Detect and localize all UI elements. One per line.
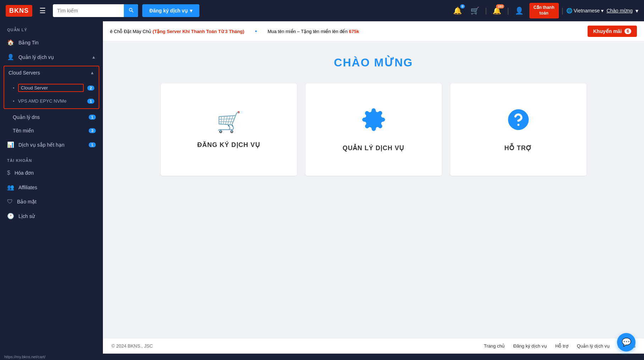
search-icon xyxy=(128,7,134,13)
footer-links: Trang chủ Đăng ký dịch vụ Hỗ trợ Quản lý… xyxy=(484,343,635,349)
dot-icon2: ● xyxy=(13,99,15,103)
chat-bubble-button[interactable]: 💬 xyxy=(617,333,635,351)
sidebar-item-dashboard[interactable]: 🏠 Bảng Tin xyxy=(0,35,103,50)
header: BKNS ☰ Đăng ký dịch vụ ▾ 🔔 0 🛒 | 🔔 183 |… xyxy=(0,0,644,21)
register-service-button[interactable]: Đăng ký dịch vụ ▾ xyxy=(142,4,199,17)
home-icon: 🏠 xyxy=(7,39,14,46)
search-button[interactable] xyxy=(124,4,138,17)
card3-label: HỖ TRỢ xyxy=(505,144,532,152)
card2-label: QUẢN LÝ DỊCH VỤ xyxy=(342,144,404,152)
cloud-servers-header[interactable]: Cloud Servers ▲ xyxy=(4,66,99,79)
main-layout: QUẢN LÝ 🏠 Bảng Tin 👤 Quản lý dịch vụ ▲ C… xyxy=(0,21,644,354)
support-card[interactable]: HỖ TRỢ xyxy=(450,83,587,176)
sidebar-item-vps-amd[interactable]: ● VPS AMD EPYC NVMe 1 xyxy=(4,95,99,107)
gear-icon xyxy=(361,107,386,137)
sidebar-item-cloud-server[interactable]: ● Cloud Server 2 xyxy=(4,81,99,95)
sidebar-item-invoice[interactable]: $ Hóa đơn xyxy=(0,166,103,180)
sidebar-item-affiliates[interactable]: 👥 Affiliates xyxy=(0,180,103,195)
service-mgmt-chevron-up-icon: ▲ xyxy=(92,55,96,60)
cards-grid: 🛒 ĐĂNG KÝ DỊCH VỤ QUẢN LÝ DỊCH VỤ xyxy=(161,83,587,176)
search-input[interactable] xyxy=(53,5,124,16)
account-icon[interactable]: 👤 xyxy=(512,5,527,16)
expiring-icon: 📊 xyxy=(7,141,14,148)
cart-icon2: 🛒 xyxy=(216,110,241,134)
cloud-servers-chevron-up-icon: ▲ xyxy=(90,70,94,75)
menu-toggle-button[interactable]: ☰ xyxy=(37,5,49,16)
alerts-bell-icon[interactable]: 🔔 183 xyxy=(490,5,504,16)
cloud-servers-items: ● Cloud Server 2 ● VPS AMD EPYC NVMe 1 xyxy=(4,79,99,108)
content-area: ê Chỗ Đặt Máy Chủ (Tặng Server Khi Thanh… xyxy=(103,21,644,354)
khuyenmai-button[interactable]: Khuyến mãi 6 xyxy=(588,26,637,37)
sidebar-section-quan-ly: QUẢN LÝ xyxy=(0,21,103,35)
language-selector[interactable]: 🌐 Vietnamese ▾ xyxy=(566,8,604,13)
promo-count-badge: 6 xyxy=(624,28,631,34)
promo-dot: ▪ xyxy=(255,28,257,34)
copyright-text: © 2024 BKNS., JSC xyxy=(111,343,153,349)
promo-text-1: ê Chỗ Đặt Máy Chủ (Tặng Server Khi Thanh… xyxy=(110,29,244,34)
affiliates-icon: 👥 xyxy=(7,184,14,191)
sidebar-item-dns[interactable]: Quản lý dns 1 xyxy=(0,110,103,124)
dot-icon: ● xyxy=(13,86,15,89)
welcome-content: CHÀO MỪNG 🛒 ĐĂNG KÝ DỊCH VỤ xyxy=(103,42,644,338)
chevron-down-icon: ▾ xyxy=(190,8,192,13)
alerts-badge: 183 xyxy=(496,4,504,9)
footer-link-register[interactable]: Đăng ký dịch vụ xyxy=(513,343,547,349)
shield-icon: 🛡 xyxy=(7,198,13,205)
promo-text-2: Mua tên miền – Tặng tên miền lên đến 675… xyxy=(268,29,359,34)
promo-banner: ê Chỗ Đặt Máy Chủ (Tặng Server Khi Thanh… xyxy=(103,21,644,42)
sidebar-item-service-mgmt[interactable]: 👤 Quản lý dịch vụ ▲ xyxy=(0,50,103,64)
lang-chevron-icon: ▾ xyxy=(601,8,604,13)
sidebar-item-expiring[interactable]: 📊 Dịch vụ sắp hết hạn 1 xyxy=(0,137,103,152)
need-pay-button[interactable]: Cần thanh toán xyxy=(529,3,559,18)
footer-link-manage[interactable]: Quản lý dịch vụ xyxy=(577,343,610,349)
question-icon xyxy=(506,107,531,137)
history-icon: 🕐 xyxy=(7,213,14,219)
card1-label: ĐĂNG KÝ DỊCH VỤ xyxy=(197,141,260,149)
sidebar: QUẢN LÝ 🏠 Bảng Tin 👤 Quản lý dịch vụ ▲ C… xyxy=(0,21,103,354)
footer-link-home[interactable]: Trang chủ xyxy=(484,343,505,349)
register-service-card[interactable]: 🛒 ĐĂNG KÝ DỊCH VỤ xyxy=(161,83,297,176)
service-mgmt-icon: 👤 xyxy=(7,54,14,60)
manage-service-card[interactable]: QUẢN LÝ DỊCH VỤ xyxy=(306,83,442,176)
status-bar: https://my.bkns.net/cart/ xyxy=(0,354,644,360)
welcome-chevron-icon: ▾ xyxy=(635,7,638,14)
footer-link-support[interactable]: Hỗ trợ xyxy=(555,343,568,349)
sidebar-item-security[interactable]: 🛡 Bảo mật xyxy=(0,195,103,209)
invoice-icon: $ xyxy=(7,170,10,176)
notification-badge: 0 xyxy=(460,4,465,9)
search-bar xyxy=(53,4,138,17)
header-icons: 🔔 0 🛒 | 🔔 183 | 👤 Cần thanh toán | 🌐 Vie… xyxy=(450,3,638,18)
footer: © 2024 BKNS., JSC Trang chủ Đăng ký dịch… xyxy=(103,338,644,354)
cart-icon[interactable]: 🛒 xyxy=(468,5,482,16)
sidebar-item-history[interactable]: 🕐 Lịch sử xyxy=(0,209,103,223)
separator: | xyxy=(485,7,487,15)
cloud-servers-section: Cloud Servers ▲ ● Cloud Server 2 ● VPS A… xyxy=(4,66,99,109)
welcome-title: CHÀO MỪNG xyxy=(114,56,633,69)
sidebar-item-domain[interactable]: Tên miền 3 xyxy=(0,124,103,137)
logo[interactable]: BKNS xyxy=(6,5,32,17)
notification-bell-icon[interactable]: 🔔 0 xyxy=(450,5,465,16)
welcome-user-label[interactable]: Chào mừng xyxy=(606,8,633,13)
sidebar-section-tai-khoan: TÀI KHOẢN xyxy=(0,152,103,166)
separator3: | xyxy=(562,7,563,15)
separator2: | xyxy=(507,7,509,15)
